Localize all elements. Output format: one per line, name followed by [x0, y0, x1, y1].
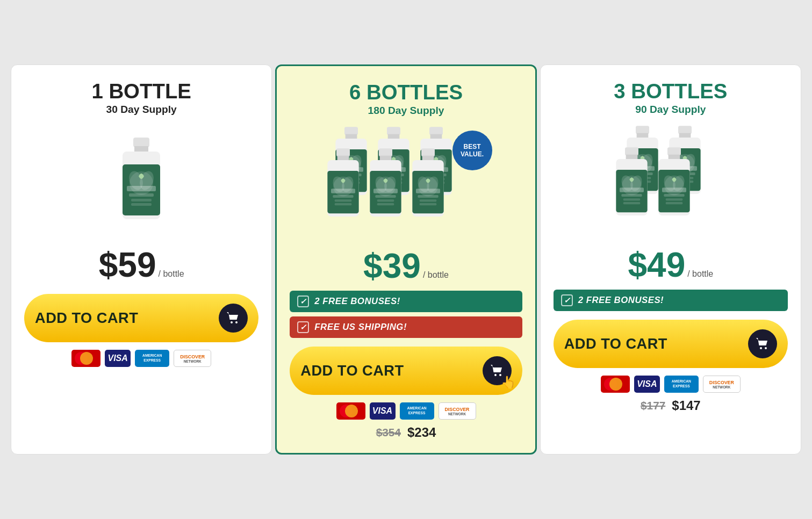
mastercard-icon [336, 402, 365, 420]
payment-icons: VISA AMERICANEXPRESS DISCOVER NETWORK [336, 402, 476, 420]
svg-rect-35 [429, 127, 443, 135]
cart-icon [748, 329, 777, 358]
svg-rect-65 [375, 195, 396, 198]
svg-rect-78 [419, 203, 436, 205]
svg-rect-9 [131, 199, 152, 201]
bottle-image [24, 124, 258, 237]
bonus-badge: ✓ 2 FREE BONUSES! [554, 290, 788, 311]
payment-icons: VISA AMERICANEXPRESS DISCOVER NETWORK [601, 376, 741, 393]
amex-icon: AMERICANEXPRESS [135, 350, 169, 367]
bonus-badge: ✓ FREE US SHIPPING! [290, 316, 522, 338]
svg-rect-13 [344, 127, 358, 135]
mastercard-icon [601, 376, 630, 393]
svg-rect-114 [667, 147, 681, 155]
svg-rect-124 [666, 202, 683, 204]
bonus-badge: ✓ 2 FREE BONUSES! [290, 291, 522, 312]
discounted-price: $234 [407, 425, 436, 440]
svg-point-11 [231, 321, 233, 323]
discounted-price: $147 [672, 398, 700, 413]
svg-rect-67 [377, 203, 394, 205]
svg-rect-7 [127, 186, 156, 191]
bonus-check-icon: ✓ [297, 295, 309, 307]
card-subtitle: 30 Day Supply [106, 104, 177, 116]
svg-rect-121 [662, 188, 686, 192]
price-area: $39 / bottle [363, 249, 449, 283]
amex-icon: AMERICANEXPRESS [664, 376, 699, 393]
pricing-card-middle: 6 BOTTLES 180 Day Supply [275, 64, 536, 455]
add-to-cart-button[interactable]: ADD TO CART [554, 320, 788, 368]
pricing-card-left: 1 BOTTLE 30 Day Supply $59 / bottle ADD … [11, 64, 272, 455]
svg-rect-111 [621, 194, 642, 197]
svg-rect-68 [421, 148, 435, 156]
price: $39 [363, 249, 421, 283]
discover-icon: DISCOVER NETWORK [174, 350, 211, 367]
add-to-cart-button[interactable]: ADD TO CART [24, 294, 258, 342]
cart-icon [219, 304, 248, 333]
discover-icon: DISCOVER NETWORK [439, 402, 476, 420]
price: $49 [628, 248, 685, 282]
price-per-unit: / bottle [687, 269, 713, 279]
price-area: $59 / bottle [99, 248, 184, 282]
add-to-cart-label: ADD TO CART [300, 362, 404, 379]
svg-rect-92 [678, 126, 692, 134]
original-price: $354 [376, 426, 401, 439]
card-subtitle: 90 Day Supply [635, 104, 706, 116]
svg-rect-75 [416, 189, 440, 193]
svg-rect-10 [131, 203, 152, 206]
svg-rect-24 [387, 127, 400, 135]
visa-icon: VISA [105, 350, 131, 367]
bonus-label: 2 FREE BONUSES! [578, 295, 664, 306]
visa-icon: VISA [370, 402, 396, 420]
svg-rect-112 [623, 198, 641, 200]
svg-point-125 [760, 347, 762, 349]
bottle-image [554, 124, 788, 237]
svg-rect-81 [636, 126, 649, 134]
svg-rect-56 [334, 203, 351, 205]
svg-rect-53 [331, 189, 355, 193]
payment-icons: VISA AMERICANEXPRESS DISCOVER NETWORK [71, 350, 211, 367]
bottle-image: BEST VALUE. [290, 125, 522, 238]
svg-point-126 [765, 347, 767, 349]
total-price: $177 $147 [641, 398, 701, 413]
svg-rect-64 [373, 189, 398, 193]
svg-rect-113 [623, 202, 641, 204]
pricing-container: 1 BOTTLE 30 Day Supply $59 / bottle ADD … [11, 64, 801, 455]
add-to-cart-button[interactable]: ADD TO CART 👆 [290, 347, 522, 395]
price-per-unit: / bottle [423, 270, 449, 280]
card-title: 6 BOTTLES [349, 81, 463, 104]
pricing-card-right: 3 BOTTLES 90 Day Supply [540, 64, 801, 455]
bonus-label: FREE US SHIPPING! [314, 322, 407, 333]
best-value-badge: BEST VALUE. [452, 131, 492, 170]
bonus-check-icon: ✓ [297, 321, 309, 333]
visa-icon: VISA [634, 376, 660, 393]
card-title: 1 BOTTLE [91, 80, 191, 103]
svg-rect-77 [419, 199, 436, 201]
bonus-check-icon: ✓ [561, 294, 573, 306]
svg-rect-110 [620, 188, 644, 192]
svg-rect-103 [625, 147, 638, 155]
price: $59 [99, 248, 156, 282]
price-area: $49 / bottle [628, 248, 713, 282]
svg-rect-46 [336, 148, 350, 156]
cart-icon: 👆 [483, 356, 512, 385]
amex-icon: AMERICANEXPRESS [400, 402, 434, 420]
card-subtitle: 180 Day Supply [368, 105, 444, 117]
svg-rect-76 [418, 195, 438, 198]
add-to-cart-label: ADD TO CART [35, 309, 138, 327]
original-price: $177 [641, 399, 665, 412]
card-title: 3 BOTTLES [614, 80, 727, 103]
discover-icon: DISCOVER NETWORK [703, 376, 741, 393]
svg-rect-66 [377, 199, 394, 201]
svg-rect-54 [333, 195, 353, 198]
svg-rect-57 [379, 148, 392, 156]
total-price: $354 $234 [376, 425, 436, 440]
svg-rect-123 [666, 198, 683, 200]
svg-rect-0 [133, 138, 149, 147]
svg-point-79 [494, 374, 497, 376]
add-to-cart-label: ADD TO CART [564, 335, 667, 352]
svg-rect-8 [129, 193, 154, 197]
svg-rect-122 [664, 194, 684, 197]
svg-point-12 [235, 321, 238, 323]
bonus-label: 2 FREE BONUSES! [314, 296, 400, 307]
mastercard-icon [71, 350, 100, 367]
